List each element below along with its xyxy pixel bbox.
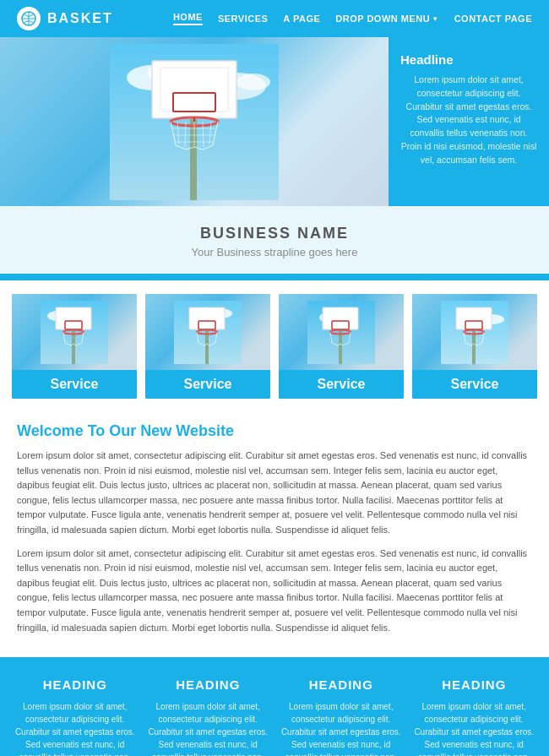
nav-item-dropdown[interactable]: DROP DOWN MENU ▼: [335, 14, 438, 24]
svg-rect-22: [205, 326, 209, 364]
service-cards-section: Service Service: [0, 280, 549, 405]
bottom-col-2: HEADING Lorem ipsum dolor sit amet, cons…: [147, 677, 270, 756]
nav-item-contact[interactable]: CONTACT PAGE: [454, 14, 532, 24]
svg-rect-17: [56, 307, 91, 329]
bottom-col-4: HEADING Lorem ipsum dolor sit amet, cons…: [413, 677, 536, 756]
svg-rect-34: [472, 326, 476, 364]
welcome-section: Welcome To Our New Website Lorem ipsum d…: [0, 405, 549, 657]
hero-section: Headline Lorem ipsum dolor sit amet, con…: [0, 37, 549, 206]
hero-body-text: Lorem ipsum dolor sit amet, consectetur …: [400, 73, 537, 166]
service-card-label-2: Service: [145, 370, 270, 399]
bottom-section: HEADING Lorem ipsum dolor sit amet, cons…: [0, 657, 549, 756]
nav-item-services[interactable]: SERVICES: [218, 14, 268, 24]
bottom-text-2: Lorem ipsum dolor sit amet, consectetur …: [147, 700, 270, 756]
svg-rect-23: [189, 307, 225, 329]
bottom-text-1: Lorem ipsum dolor sit amet, consectetur …: [14, 700, 137, 756]
service-card-2: Service: [145, 294, 270, 399]
service-card-label-4: Service: [412, 370, 537, 399]
nav-item-home[interactable]: HOME: [173, 12, 203, 25]
service-card-4: Service: [412, 294, 537, 399]
logo-text: BASKET: [47, 11, 113, 26]
svg-point-7: [236, 73, 270, 90]
svg-rect-16: [72, 326, 75, 364]
hero-image: [0, 37, 389, 206]
bottom-text-3: Lorem ipsum dolor sit amet, consectetur …: [280, 700, 403, 756]
services-strip: [0, 274, 549, 280]
main-nav: HOME SERVICES A PAGE DROP DOWN MENU ▼ CO…: [173, 12, 532, 25]
service-card-label-1: Service: [12, 370, 137, 399]
business-banner: BUSINESS NAME Your Business strapline go…: [0, 206, 549, 274]
welcome-paragraph-1: Lorem ipsum dolor sit amet, consectetur …: [17, 449, 532, 538]
bottom-heading-3: HEADING: [280, 677, 403, 692]
business-tagline: Your Business strapline goes here: [0, 246, 549, 258]
hero-text-box: Headline Lorem ipsum dolor sit amet, con…: [389, 37, 549, 206]
svg-rect-28: [339, 326, 342, 364]
welcome-title: Welcome To Our New Website: [17, 422, 532, 440]
service-card-img-2: [145, 294, 270, 370]
bottom-heading-2: HEADING: [147, 677, 270, 692]
service-card-1: Service: [12, 294, 137, 399]
bottom-columns: HEADING Lorem ipsum dolor sit amet, cons…: [14, 677, 535, 756]
service-card-label-3: Service: [279, 370, 404, 399]
bottom-col-3: HEADING Lorem ipsum dolor sit amet, cons…: [280, 677, 403, 756]
logo-icon: [17, 7, 41, 30]
chevron-down-icon: ▼: [432, 15, 438, 23]
bottom-text-4: Lorem ipsum dolor sit amet, consectetur …: [413, 700, 536, 756]
service-card-img-4: [412, 294, 537, 370]
bottom-heading-1: HEADING: [14, 677, 137, 692]
bottom-heading-4: HEADING: [413, 677, 536, 692]
welcome-paragraph-2: Lorem ipsum dolor sit amet, consectetur …: [17, 547, 532, 636]
service-card-img-1: [12, 294, 137, 370]
svg-rect-9: [152, 61, 236, 118]
logo-area: BASKET: [17, 7, 113, 30]
header: BASKET HOME SERVICES A PAGE DROP DOWN ME…: [0, 0, 549, 37]
nav-item-apage[interactable]: A PAGE: [283, 14, 320, 24]
service-card-3: Service: [279, 294, 404, 399]
svg-rect-35: [456, 307, 492, 329]
bottom-col-1: HEADING Lorem ipsum dolor sit amet, cons…: [14, 677, 137, 756]
business-name: BUSINESS NAME: [0, 225, 549, 242]
svg-rect-29: [323, 307, 358, 329]
hero-headline: Headline: [400, 52, 537, 67]
service-card-img-3: [279, 294, 404, 370]
